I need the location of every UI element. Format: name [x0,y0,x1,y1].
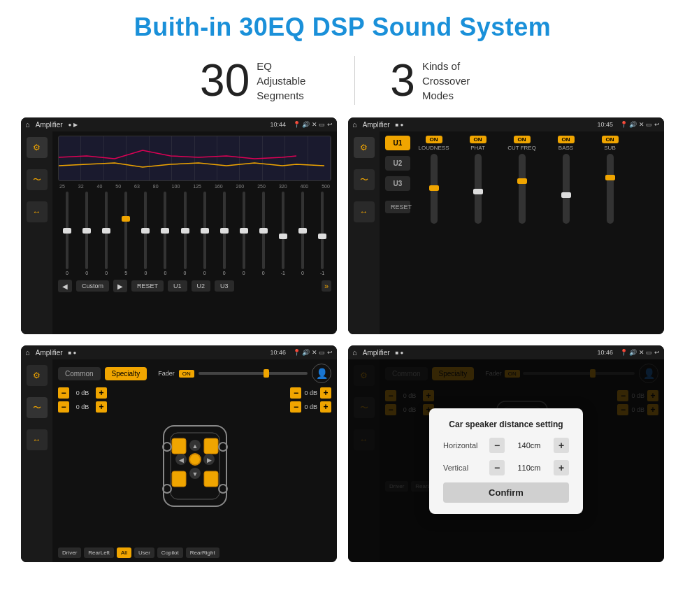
car-svg: ▲ ▼ ◀ ▶ [157,412,233,517]
sub-on: ON [602,136,619,143]
double-arrows[interactable]: » [322,280,331,292]
u3-button[interactable]: U3 [385,176,410,191]
horizontal-minus[interactable]: − [489,438,505,453]
status-dots-3: ■ ● [68,350,77,356]
status-dots-1: ● ▶ [68,122,78,128]
fader-label: Fader [158,370,175,377]
sp-controls-right: − 0 dB + − 0 dB + [282,387,331,540]
svg-text:▲: ▲ [192,443,198,450]
specialty-tab-3[interactable]: Specialty [105,367,147,380]
copilot-btn[interactable]: Copilot [157,547,183,558]
fader-slider[interactable] [199,372,308,375]
vertical-plus[interactable]: + [554,460,569,475]
status-icons-1: 📍 🔊 ✕ ▭ ↩ [293,121,333,128]
status-icons-4: 📍 🔊 ✕ ▭ ↩ [620,349,660,356]
u1-button[interactable]: U1 [385,136,410,150]
crossover-stat: 3 Kinds of Crossover Modes [355,58,520,103]
vertical-value: 110cm [509,464,549,472]
wave-icon[interactable]: 〜 [27,169,48,190]
wave-icon-3[interactable]: 〜 [27,397,48,418]
driver-btn[interactable]: Driver [58,547,81,558]
common-tab-3[interactable]: Common [58,367,101,380]
sp-db-val-4: 0 dB [304,403,317,410]
vertical-label: Vertical [443,464,485,472]
sp-minus-1[interactable]: − [58,387,69,399]
sp-minus-2[interactable]: − [58,401,69,413]
sp-bottom-row: Driver RearLeft All User Copilot RearRig… [58,547,331,558]
eq-slider-8: 0 [197,192,212,275]
cutfreq-label: CUT FREQ [507,145,536,151]
reset-btn-1[interactable]: RESET [131,280,164,292]
home-icon-2[interactable]: ⌂ [352,120,357,129]
loudness-slider[interactable] [431,154,438,224]
eq-slider-3: 0 [99,192,114,275]
next-arrow[interactable]: ▶ [113,280,127,292]
status-bar-2: ⌂ Amplifier ■ ● 10:45 📍 🔊 ✕ ▭ ↩ [348,117,664,131]
u1-btn[interactable]: U1 [168,280,187,292]
volume-icon-2[interactable]: ↔ [354,201,375,222]
crossover-main: U1 U2 U3 RESET ON LOUDNESS [380,131,664,334]
u3-btn[interactable]: U3 [215,280,234,292]
sp-plus-3[interactable]: + [320,387,331,399]
svg-rect-0 [164,426,226,506]
svg-rect-5 [204,471,218,487]
eq-slider-9: 0 [217,192,232,275]
sp-db-row-1: − 0 dB + [58,387,107,399]
bass-slider[interactable] [563,154,570,224]
eq-slider-11: 0 [256,192,271,275]
sp-plus-4[interactable]: + [320,401,331,413]
eq-icon[interactable]: ⚙ [27,137,48,158]
user-btn[interactable]: User [134,547,154,558]
volume-icon[interactable]: ↔ [27,201,48,222]
prev-arrow[interactable]: ◀ [58,280,72,292]
eq-icon-2[interactable]: ⚙ [354,137,375,158]
custom-btn[interactable]: Custom [76,280,109,292]
eq-graph [58,136,331,181]
fader-row: Fader ON [158,370,308,378]
sp-db-row-4: − 0 dB + [290,401,331,413]
home-icon-1[interactable]: ⌂ [25,120,30,129]
loudness-ctrl: ON LOUDNESS [414,136,453,330]
status-icons-3: 📍 🔊 ✕ ▭ ↩ [293,349,333,356]
eq-icon-3[interactable]: ⚙ [27,365,48,386]
rear-left-btn[interactable]: RearLeft [84,547,114,558]
all-btn[interactable]: All [117,547,131,558]
eq-freq-labels: 253240506380 100125160200250320 400500 [58,184,331,189]
wave-icon-2[interactable]: 〜 [354,169,375,190]
eq-slider-13: 0 [295,192,310,275]
dialog-title: Car speaker distance setting [443,420,569,429]
phat-slider[interactable] [475,154,482,224]
home-icon-3[interactable]: ⌂ [25,348,30,357]
sub-label: SUB [604,145,615,151]
sp-plus-2[interactable]: + [96,401,107,413]
confirm-button[interactable]: Confirm [443,482,569,503]
profile-icon-3[interactable]: 👤 [312,364,331,383]
horizontal-label: Horizontal [443,441,485,450]
cutfreq-slider[interactable] [519,154,526,224]
loudness-on: ON [426,136,442,143]
reset-btn-2[interactable]: RESET [385,201,410,213]
speaker-main: Common Specialty Fader ON 👤 [52,359,337,562]
vertical-minus[interactable]: − [489,460,505,475]
app-title-1: Amplifier [36,121,63,129]
sub-slider[interactable] [607,154,614,224]
volume-icon-3[interactable]: ↔ [27,429,48,450]
home-icon-4[interactable]: ⌂ [352,348,357,357]
sp-minus-3[interactable]: − [290,387,301,399]
rear-right-btn[interactable]: RearRight [186,547,219,558]
sp-minus-4[interactable]: − [290,401,301,413]
bass-label: BASS [558,145,573,151]
bass-on: ON [558,136,575,143]
eq-slider-4: 5 [118,192,134,275]
sub-ctrl: ON SUB [591,136,629,330]
horizontal-plus[interactable]: + [554,438,569,453]
u2-button[interactable]: U2 [385,156,410,171]
left-panel-1: ⚙ 〜 ↔ [21,131,52,334]
bass-ctrl: ON BASS [547,136,585,330]
phat-label: PHAT [470,145,485,151]
u2-btn[interactable]: U2 [192,280,211,292]
sp-db-val-1: 0 dB [72,389,93,396]
svg-rect-4 [172,471,186,487]
phat-ctrl: ON PHAT [459,136,497,330]
sp-plus-1[interactable]: + [96,387,107,399]
